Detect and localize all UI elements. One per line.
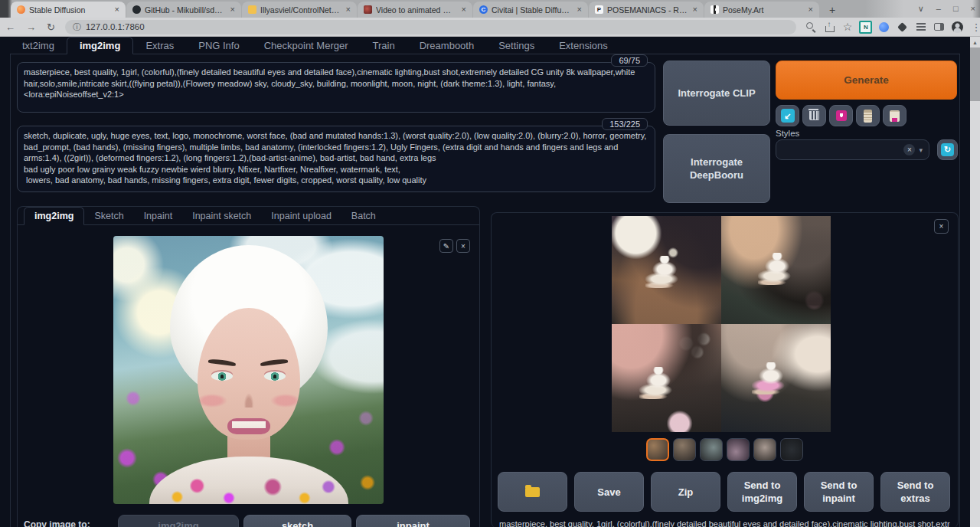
result-image[interactable] — [721, 216, 831, 324]
window-menu-icon[interactable]: ∨ — [918, 4, 924, 14]
browser-tab-controlnet[interactable]: Illyasviel/ControlNet at main × — [242, 2, 357, 18]
scrollbar-up-icon[interactable]: ▲ — [970, 37, 980, 45]
tab-train[interactable]: Train — [361, 38, 407, 54]
tab-settings[interactable]: Settings — [486, 38, 547, 54]
remove-image-button[interactable]: × — [456, 239, 470, 253]
address-bar[interactable]: ⓘ 127.0.0.1:7860 — [65, 20, 796, 34]
browser-tab-stable-diffusion[interactable]: Stable Diffusion × — [11, 2, 126, 18]
refresh-styles-button[interactable]: ↻ — [937, 139, 958, 160]
notion-extension-icon[interactable]: N — [858, 18, 874, 35]
styles-clear-icon[interactable]: × — [903, 144, 915, 155]
tab-label: Stable Diffusion — [29, 5, 109, 15]
mode-tab-inpaint[interactable]: Inpaint — [134, 208, 183, 224]
browser-tab-gif-converter[interactable]: Video to animated GIF converter × — [358, 2, 472, 18]
mode-tab-sketch[interactable]: Sketch — [84, 208, 133, 224]
browser-tab-posemaniacs[interactable]: P POSEMANIACS - Royalty free 3 × — [589, 2, 704, 18]
tab-img2img[interactable]: img2img — [67, 37, 133, 54]
window-minimize-icon[interactable]: – — [936, 4, 941, 13]
zip-button[interactable]: Zip — [651, 472, 720, 512]
back-icon[interactable]: ← — [0, 21, 21, 33]
apply-style-button[interactable] — [856, 105, 880, 126]
edit-image-button[interactable]: ✎ — [439, 239, 453, 253]
copy-image-label: Copy image to: — [24, 519, 90, 527]
paste-generation-params-button[interactable]: ↙ — [776, 105, 799, 126]
bookmark-star-icon[interactable]: ☆ — [839, 18, 856, 35]
img2img-source-image[interactable] — [113, 236, 384, 504]
tab-extensions[interactable]: Extensions — [547, 38, 620, 54]
tab-close-icon[interactable]: × — [460, 5, 468, 14]
open-folder-button[interactable] — [498, 472, 567, 512]
tab-close-icon[interactable]: × — [576, 5, 583, 14]
browser-toolbar: ← → ↻ ⓘ 127.0.0.1:7860 ☆ N ⋮ — [0, 18, 980, 37]
toolbar-icons: ☆ N ⋮ — [802, 18, 980, 35]
gif-converter-favicon-icon — [364, 5, 372, 14]
browser-menu-icon[interactable]: ⋮ — [968, 18, 980, 35]
mode-tab-img2img[interactable]: img2img — [24, 207, 84, 225]
thumbnail[interactable] — [700, 438, 723, 461]
close-gallery-button[interactable]: × — [934, 219, 949, 234]
scrollbar-thumb[interactable] — [970, 47, 980, 101]
civitai-favicon-icon: C — [479, 5, 488, 14]
tab-txt2img[interactable]: txt2img — [10, 38, 67, 54]
tab-label: GitHub - Mikubill/sd-webui-con — [145, 5, 225, 15]
tab-close-icon[interactable]: × — [691, 5, 699, 14]
result-image[interactable] — [612, 324, 721, 432]
thumbnail[interactable] — [727, 438, 750, 461]
save-button[interactable]: Save — [574, 472, 644, 512]
site-info-icon[interactable]: ⓘ — [73, 21, 81, 33]
thumbnail-selected[interactable] — [646, 438, 669, 461]
share-icon[interactable] — [821, 18, 838, 35]
thumbnail[interactable] — [673, 438, 696, 461]
tab-close-icon[interactable]: × — [229, 5, 237, 14]
side-panel-icon[interactable] — [931, 18, 948, 35]
browser-tab-github[interactable]: GitHub - Mikubill/sd-webui-con × — [126, 2, 241, 18]
prompt-input[interactable]: masterpiece, best quality, 1girl, (color… — [17, 62, 655, 113]
send-to-img2img-button[interactable]: Send to img2img — [727, 472, 797, 512]
save-style-button[interactable] — [883, 105, 906, 126]
negative-prompt-token-counter: 153/225 — [602, 118, 648, 130]
clear-prompt-button[interactable] — [802, 105, 826, 126]
art-eye — [264, 372, 286, 381]
thumbnail[interactable] — [753, 438, 776, 461]
result-image[interactable] — [721, 324, 831, 432]
new-tab-button[interactable]: + — [825, 2, 840, 18]
tab-dreambooth[interactable]: Dreambooth — [407, 38, 487, 54]
extension-pin-icon[interactable] — [894, 18, 911, 35]
tab-close-icon[interactable]: × — [345, 5, 352, 14]
img2img-source-panel: img2img Sketch Inpaint Inpaint sketch In… — [17, 206, 480, 527]
copy-to-inpaint-button[interactable]: inpaint — [356, 515, 470, 527]
tab-close-icon[interactable]: × — [807, 5, 815, 14]
reading-list-icon[interactable] — [913, 18, 929, 35]
mode-tab-inpaint-upload[interactable]: Inpaint upload — [261, 208, 341, 224]
result-image[interactable] — [612, 216, 721, 324]
page-scrollbar[interactable]: ▲ — [970, 37, 980, 527]
browser-tab-posemyart[interactable]: PoseMy.Art × — [704, 2, 819, 18]
extension-blue-icon[interactable] — [876, 18, 893, 35]
tab-extras[interactable]: Extras — [133, 38, 186, 54]
styles-label: Styles — [776, 129, 799, 138]
browser-tab-civitai[interactable]: C Civitai | Stable Diffusion models × — [473, 2, 588, 18]
mode-tab-batch[interactable]: Batch — [341, 208, 386, 224]
window-close-icon[interactable]: × — [971, 4, 975, 13]
interrogate-clip-button[interactable]: Interrogate CLIP — [663, 61, 770, 126]
tab-close-icon[interactable]: × — [113, 5, 121, 14]
thumbnail[interactable] — [780, 438, 803, 461]
reload-icon[interactable]: ↻ — [41, 21, 60, 33]
tab-checkpoint-merger[interactable]: Checkpoint Merger — [252, 38, 361, 54]
interrogate-deepbooru-button[interactable]: Interrogate DeepBooru — [663, 134, 770, 203]
negative-prompt-input[interactable]: sketch, duplicate, ugly, huge eyes, text… — [17, 126, 655, 192]
forward-icon[interactable]: → — [21, 21, 41, 33]
copy-to-sketch-button[interactable]: sketch — [243, 515, 351, 527]
zoom-icon[interactable] — [802, 18, 819, 35]
mode-tab-inpaint-sketch[interactable]: Inpaint sketch — [182, 208, 261, 224]
extra-networks-button[interactable] — [829, 105, 853, 126]
profile-avatar-icon[interactable] — [949, 18, 966, 35]
tab-png-info[interactable]: PNG Info — [186, 38, 251, 54]
result-image-grid[interactable] — [612, 216, 831, 432]
window-maximize-icon[interactable]: □ — [953, 4, 959, 13]
send-to-extras-button[interactable]: Send to extras — [880, 472, 950, 512]
styles-dropdown[interactable]: × ▾ — [776, 139, 929, 160]
generate-button[interactable]: Generate — [776, 61, 957, 100]
send-to-inpaint-button[interactable]: Send to inpaint — [804, 472, 874, 512]
gallery-action-buttons: Save Zip Send to img2img Send to inpaint… — [498, 472, 950, 512]
